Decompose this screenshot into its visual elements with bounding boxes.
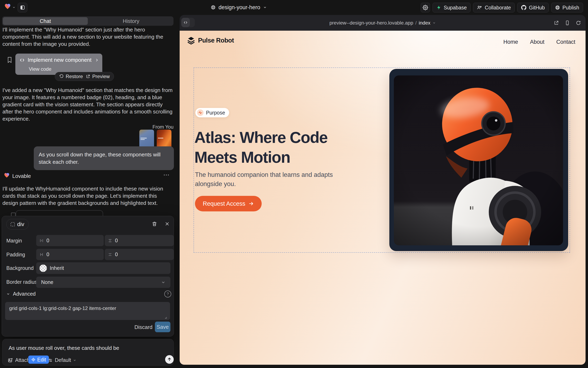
restore-button[interactable]: Restore xyxy=(59,74,83,79)
discard-button[interactable]: Discard xyxy=(134,324,152,330)
selected-element-chip[interactable]: div xyxy=(6,219,29,230)
preview-button[interactable]: Preview xyxy=(86,74,110,79)
chevron-down-icon xyxy=(263,6,267,9)
space-x-icon xyxy=(39,239,44,243)
lovable-heart-logo[interactable] xyxy=(4,3,11,10)
tab-chat[interactable]: Chat xyxy=(3,17,88,25)
preview-page: index xyxy=(419,20,430,26)
github-icon xyxy=(521,5,526,10)
thumbnail-text-line xyxy=(158,138,163,138)
external-link-icon xyxy=(86,74,90,79)
padding-x-value: 0 xyxy=(47,251,49,258)
attach-button[interactable]: Attach xyxy=(8,357,30,363)
background-label: Background xyxy=(6,265,34,271)
model-selector[interactable]: Default xyxy=(48,357,76,363)
classes-textarea[interactable]: grid grid-cols-1 lg:grid-cols-2 gap-12 i… xyxy=(5,302,170,320)
nav-link-home[interactable]: Home xyxy=(503,39,518,45)
arrow-right-icon xyxy=(249,201,254,206)
supabase-label: Supabase xyxy=(444,5,467,11)
layers-icon xyxy=(187,36,196,45)
advanced-label: Advanced xyxy=(13,291,36,297)
border-radius-value: None xyxy=(41,279,161,285)
bookmark-icon[interactable] xyxy=(7,57,12,63)
sidebar-toggle-button[interactable] xyxy=(18,3,28,12)
image-plus-icon xyxy=(8,358,13,363)
github-button[interactable]: GitHub xyxy=(517,3,549,12)
padding-y-value: 0 xyxy=(115,251,118,258)
padding-y-input[interactable]: 0 xyxy=(105,249,174,260)
hero-heading-line1: Atlas: Where Code xyxy=(194,128,328,147)
preview-header-actions xyxy=(554,15,581,31)
user-message-bubble: As you scroll down the page, these compo… xyxy=(34,146,174,170)
supabase-icon xyxy=(436,5,441,10)
thumbnail-text-line xyxy=(141,139,145,140)
margin-y-input[interactable]: 0 xyxy=(105,235,174,246)
chat-history-tabs: Chat History xyxy=(2,16,173,26)
collaborate-button[interactable]: Collaborate xyxy=(473,3,515,12)
attach-label: Attach xyxy=(15,357,30,363)
topbar-actions: Supabase Collaborate GitHub Publish xyxy=(421,3,583,12)
chevron-down-icon xyxy=(161,280,166,285)
tool-call-card[interactable]: Implement new component View code xyxy=(15,54,102,75)
hero-heading: Atlas: Where Code Meets Motion xyxy=(194,128,328,167)
delete-element-button[interactable] xyxy=(152,221,157,227)
assistant-message: I'll implement the "Why Humanoid" sectio… xyxy=(2,26,172,48)
site-viewport: Pulse Robot Home About Contact Purpose A… xyxy=(180,31,586,365)
assistant-message: I'll update the WhyHumanoid component to… xyxy=(2,185,173,207)
publish-button[interactable]: Publish xyxy=(551,3,583,12)
help-icon[interactable]: ? xyxy=(164,291,171,297)
badge-label: Purpose xyxy=(206,110,225,116)
preview-url-bar[interactable]: preview--design-your-hero.lovable.app / … xyxy=(180,15,586,31)
tool-card-title: Implement new component xyxy=(28,57,92,63)
assistant-message: I've added a new "Why Humanoid" section … xyxy=(2,87,173,122)
nav-link-about[interactable]: About xyxy=(530,39,544,45)
agent-name: Lovable xyxy=(12,173,31,179)
restore-label: Restore xyxy=(66,74,83,79)
background-input[interactable]: Inherit xyxy=(36,262,171,274)
send-button[interactable] xyxy=(165,355,174,364)
topbar: design-your-hero Supabase Collaborate xyxy=(0,0,588,15)
open-external-button[interactable] xyxy=(554,20,559,26)
element-inspector-popup: div Margin 0 0 Padding 0 0 Background xyxy=(2,216,174,337)
chevron-down-icon[interactable] xyxy=(12,6,16,9)
pad-y-icon xyxy=(108,252,112,257)
border-radius-select[interactable]: None xyxy=(36,277,171,288)
tab-history[interactable]: History xyxy=(89,16,173,26)
chevron-down-icon xyxy=(6,292,10,296)
edit-label: Edit xyxy=(37,357,46,363)
element-tag: div xyxy=(17,221,24,228)
margin-x-input[interactable]: 0 xyxy=(36,235,104,246)
pulse-icon xyxy=(197,109,204,116)
robot-image xyxy=(394,75,563,245)
robot-image-card xyxy=(389,69,568,251)
margin-x-value: 0 xyxy=(47,238,49,243)
resize-handle[interactable] xyxy=(164,316,167,319)
close-icon[interactable] xyxy=(165,221,170,226)
preview-panel: preview--design-your-hero.lovable.app / … xyxy=(180,15,586,365)
save-button[interactable]: Save xyxy=(155,322,171,332)
chevron-down-icon xyxy=(433,21,436,25)
site-logo[interactable]: Pulse Robot xyxy=(187,36,234,45)
request-access-button[interactable]: Request Access xyxy=(195,196,262,212)
nav-link-contact[interactable]: Contact xyxy=(556,39,575,45)
more-menu-icon[interactable] xyxy=(163,174,169,176)
mobile-view-button[interactable] xyxy=(565,20,570,26)
padding-x-input[interactable]: 0 xyxy=(36,249,104,260)
project-switcher[interactable]: design-your-hero xyxy=(211,0,267,15)
supabase-button[interactable]: Supabase xyxy=(433,3,471,12)
edit-mode-button[interactable]: Edit xyxy=(28,356,49,364)
composer-input[interactable]: As user mouse roll over, these cards sho… xyxy=(9,345,119,351)
pad-x-icon xyxy=(39,252,44,257)
transparency-swatch-icon xyxy=(39,265,47,272)
app-window: design-your-hero Supabase Collaborate xyxy=(0,0,588,368)
dashed-box-icon xyxy=(11,222,15,226)
code-icon xyxy=(19,57,25,63)
chat-composer[interactable]: As user mouse roll over, these cards sho… xyxy=(2,339,174,366)
url-separator: / xyxy=(415,20,417,26)
advanced-toggle[interactable]: Advanced xyxy=(6,291,36,297)
publish-globe-icon xyxy=(555,5,560,10)
settings-button[interactable] xyxy=(421,3,430,12)
thumbnail-text-line xyxy=(141,138,147,138)
refresh-button[interactable] xyxy=(576,20,581,26)
view-code-link[interactable]: View code xyxy=(29,66,51,72)
